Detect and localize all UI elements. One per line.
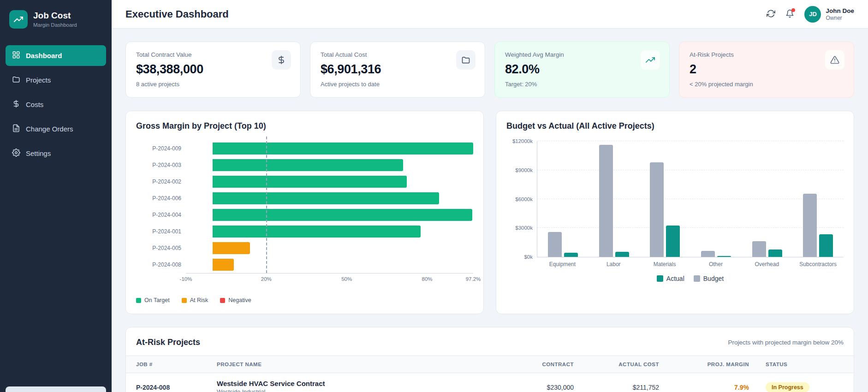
dollar-icon — [272, 50, 291, 70]
kpi-value: 82.0% — [505, 62, 659, 77]
ba-y-tick: $6000k — [515, 196, 533, 202]
gm-bar-P-2024-009 — [213, 143, 473, 154]
job-number: P-2024-008 — [136, 377, 217, 392]
gm-category-label: P-2024-001 — [136, 223, 186, 240]
user-name: John Doe — [826, 7, 854, 14]
sidebar-item-label: Costs — [26, 101, 43, 108]
kpi-total-contract-value: Total Contract Value $38,388,000 8 activ… — [125, 42, 301, 98]
gm-category-label: P-2024-006 — [136, 190, 186, 207]
gm-bar-track — [186, 223, 473, 240]
trending-up-icon — [641, 50, 660, 70]
ba-bar-budget-Subcontractors — [803, 194, 817, 257]
budget-vs-actual-chart-card: Budget vs Actual (All Active Projects) $… — [496, 111, 854, 314]
legend-label: Actual — [666, 275, 684, 282]
logo-trending-up-icon — [9, 10, 28, 29]
status-cell: In Progress — [749, 376, 844, 392]
ba-bar-group-Materials — [639, 141, 690, 257]
ba-category-label: Overhead — [741, 261, 792, 267]
notifications-button[interactable] — [785, 9, 794, 19]
legend-swatch — [694, 275, 700, 282]
column-header-contract: CONTRACT — [498, 356, 574, 373]
project-client: Westside Industrial — [217, 389, 498, 392]
kpi-value: 2 — [690, 62, 844, 77]
table-row[interactable]: P-2024-008 Westside HVAC Service Contrac… — [126, 373, 854, 392]
legend-label: Budget — [703, 275, 724, 282]
ba-bar-budget-Materials — [650, 162, 664, 257]
charts-row: Gross Margin by Project (Top 10) P-2024-… — [125, 111, 854, 314]
dollar-icon — [12, 100, 20, 109]
ba-category-label: Other — [690, 261, 741, 267]
ba-category-label: Equipment — [537, 261, 588, 267]
ba-bar-budget-Equipment — [548, 232, 562, 257]
dashboard-content: Total Contract Value $38,388,000 8 activ… — [112, 29, 868, 392]
avatar: JD — [804, 6, 821, 23]
sidebar-item-costs[interactable]: Costs — [6, 94, 106, 115]
gm-bar-P-2024-004 — [213, 209, 472, 221]
actual-cost-value: $211,752 — [574, 377, 659, 392]
gm-category-label: P-2024-008 — [136, 256, 186, 273]
sidebar-footer-box[interactable] — [6, 386, 106, 392]
legend-item: Budget — [694, 275, 724, 282]
sidebar-item-label: Projects — [26, 76, 51, 84]
gm-x-tick: 80% — [422, 276, 433, 282]
ba-bar-group-Subcontractors — [792, 141, 844, 257]
folder-icon — [12, 75, 20, 85]
notification-badge — [791, 8, 795, 12]
ba-bar-actual-Equipment — [564, 253, 578, 257]
refresh-button[interactable] — [767, 9, 775, 19]
column-header-proj-margin: PROJ. MARGIN — [659, 356, 749, 373]
legend-label: On Target — [144, 297, 170, 303]
kpi-value: $38,388,000 — [136, 62, 290, 77]
gross-margin-chart-card: Gross Margin by Project (Top 10) P-2024-… — [125, 111, 484, 314]
gm-category-label: P-2024-002 — [136, 173, 186, 190]
legend-swatch — [136, 298, 141, 303]
top-header: Executive Dashboard JD John Doe Owner — [112, 0, 868, 29]
ba-bar-group-Other — [690, 141, 742, 257]
gm-bar-track — [186, 190, 473, 207]
sidebar-item-change-orders[interactable]: Change Orders — [6, 119, 106, 139]
user-menu[interactable]: JD John Doe Owner — [804, 6, 854, 23]
legend-label: Negative — [228, 297, 251, 303]
legend-swatch — [220, 298, 225, 303]
kpi-subtext: 8 active projects — [136, 81, 290, 88]
sidebar-item-projects[interactable]: Projects — [6, 70, 106, 90]
ba-bar-actual-Materials — [666, 226, 680, 257]
sidebar-item-dashboard[interactable]: Dashboard — [6, 45, 106, 66]
ba-y-tick: $0k — [524, 254, 533, 260]
ba-bar-group-Equipment — [537, 141, 589, 257]
sidebar-item-settings[interactable]: Settings — [6, 143, 106, 164]
sidebar-item-label: Settings — [26, 149, 51, 157]
legend-label: At Risk — [190, 297, 208, 303]
gm-bar-track — [186, 157, 473, 173]
gm-bar-track — [186, 256, 473, 273]
budget-vs-actual-chart: $0k$3000k$6000k$9000k$12000k EquipmentLa… — [506, 141, 844, 282]
ba-category-label: Labor — [588, 261, 639, 267]
ba-category-label: Subcontractors — [792, 261, 844, 267]
column-header-status: STATUS — [749, 356, 844, 373]
gm-x-tick: 50% — [341, 276, 352, 282]
gm-bar-P-2024-002 — [213, 176, 407, 188]
ba-bar-actual-Labor — [615, 252, 629, 257]
refresh-icon — [767, 9, 775, 19]
legend-swatch — [657, 275, 663, 282]
kpi-total-actual-cost: Total Actual Cost $6,901,316 Active proj… — [310, 42, 485, 98]
ba-bar-actual-Subcontractors — [819, 234, 833, 257]
main-scroll-area[interactable]: Executive Dashboard JD John Doe Owner — [112, 0, 868, 392]
document-icon — [12, 124, 20, 134]
gm-bar-track — [186, 140, 473, 157]
table-subtitle: Projects with projected margin below 20% — [728, 339, 844, 346]
gm-category-label: P-2024-009 — [136, 140, 186, 157]
sidebar: Job Cost Margin Dashboard Dashboard Proj… — [0, 0, 112, 392]
gm-bar-P-2024-005 — [213, 242, 250, 254]
ba-y-tick: $3000k — [515, 225, 533, 231]
table-header-row: JOB # PROJECT NAME CONTRACT ACTUAL COST … — [126, 356, 854, 373]
app-title: Job Cost — [33, 11, 77, 21]
sidebar-item-label: Change Orders — [26, 125, 73, 133]
ba-legend: ActualBudget — [537, 275, 844, 282]
gm-bar-P-2024-003 — [213, 159, 403, 171]
gm-x-tick: -10% — [180, 276, 192, 282]
legend-item: On Target — [136, 297, 170, 303]
app-logo: Job Cost Margin Dashboard — [0, 0, 112, 37]
ba-category-label: Materials — [639, 261, 690, 267]
sidebar-item-label: Dashboard — [26, 52, 62, 59]
